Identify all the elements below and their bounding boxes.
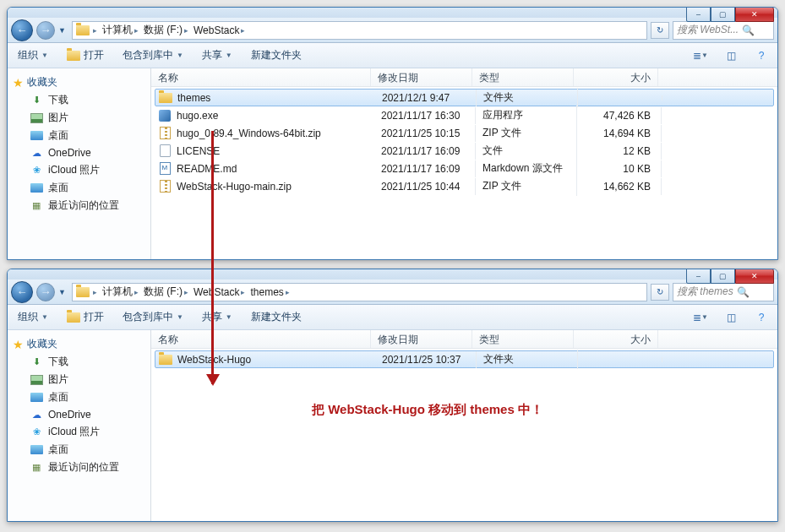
include-in-library-menu[interactable]: 包含到库中▼ [119, 308, 187, 326]
forward-button[interactable]: → [36, 283, 55, 301]
crumb-1[interactable]: 计算机 [102, 23, 133, 37]
new-folder-button[interactable]: 新建文件夹 [248, 308, 305, 326]
organize-menu[interactable]: 组织▼ [14, 308, 52, 326]
crumb-3[interactable]: WebStack [194, 24, 239, 36]
sidebar-item-recent[interactable]: ▦最近访问的位置 [8, 197, 150, 214]
file-row[interactable]: LICENSE2021/11/17 16:09文件12 KB [151, 142, 777, 160]
file-name: themes [177, 92, 210, 104]
maximize-button[interactable]: ▢ [711, 7, 735, 22]
titlebar[interactable]: – ▢ ✕ [8, 269, 777, 280]
search-input[interactable]: 搜索 themes 🔍 [673, 283, 774, 301]
column-size[interactable]: 大小 [574, 330, 658, 348]
file-size: 14,662 KB [577, 178, 662, 195]
open-icon [67, 311, 80, 324]
file-row[interactable]: README.md2021/11/17 16:09Markdown 源文件10 … [151, 160, 777, 177]
open-button[interactable]: 打开 [63, 308, 107, 326]
crumb-4[interactable]: themes [250, 286, 283, 298]
file-size: 14,694 KB [577, 125, 662, 142]
address-bar: ← → ▼ ▸ 计算机▸ 数据 (F:)▸ WebStack▸ ↻ 搜索 Web… [8, 18, 777, 43]
sidebar-item-pictures[interactable]: 图片 [8, 371, 150, 388]
icloud-icon: ❀ [30, 426, 43, 439]
file-row[interactable]: hugo_0.89.4_Windows-64bit.zip2021/11/25 … [151, 124, 777, 142]
open-button[interactable]: 打开 [63, 46, 107, 64]
back-button[interactable]: ← [11, 281, 33, 303]
column-type[interactable]: 类型 [472, 330, 574, 348]
crumb-2[interactable]: 数据 (F:) [144, 285, 183, 299]
help-button[interactable]: ? [752, 46, 771, 65]
crumb-1[interactable]: 计算机 [102, 285, 133, 299]
sidebar-item-onedrive[interactable]: ☁OneDrive [8, 144, 150, 161]
column-name[interactable]: 名称 [151, 330, 371, 348]
file-row[interactable]: WebStack-Hugo2021/11/25 10:37文件夹 [155, 350, 774, 368]
favorites-header[interactable]: ★收藏夹 [8, 73, 150, 91]
organize-menu[interactable]: 组织▼ [14, 46, 52, 64]
sidebar-item-onedrive[interactable]: ☁OneDrive [8, 406, 150, 423]
zip-icon [158, 127, 172, 140]
sidebar-item-desktop-2[interactable]: 桌面 [8, 179, 150, 197]
column-size[interactable]: 大小 [574, 68, 658, 86]
file-list[interactable]: WebStack-Hugo2021/11/25 10:37文件夹 [151, 349, 777, 521]
file-date: 2021/11/17 16:09 [374, 160, 476, 177]
sidebar-item-pictures[interactable]: 图片 [8, 109, 150, 127]
file-row[interactable]: WebStack-Hugo-main.zip2021/11/25 10:44ZI… [151, 177, 777, 195]
explorer-window-1: – ▢ ✕ ← → ▼ ▸ 计算机▸ 数据 (F:)▸ WebStack▸ ↻ … [7, 7, 778, 260]
favorites-header[interactable]: ★收藏夹 [8, 335, 150, 353]
nav-history-dropdown[interactable]: ▼ [58, 26, 68, 35]
view-menu[interactable]: ≣▼ [691, 46, 710, 65]
forward-button[interactable]: → [36, 21, 55, 40]
toolbar: 组织▼ 打开 包含到库中▼ 共享▼ 新建文件夹 ≣▼ ◫ ? [8, 305, 777, 330]
recent-icon: ▦ [30, 199, 43, 213]
sidebar-item-recent[interactable]: ▦最近访问的位置 [8, 459, 150, 476]
close-button[interactable]: ✕ [735, 7, 774, 22]
crumb-2[interactable]: 数据 (F:) [144, 23, 183, 37]
titlebar[interactable]: – ▢ ✕ [8, 8, 777, 18]
back-button[interactable]: ← [11, 19, 33, 41]
file-date: 2021/11/25 10:44 [374, 178, 476, 195]
share-menu[interactable]: 共享▼ [199, 308, 236, 326]
minimize-button[interactable]: – [686, 269, 711, 284]
sidebar-item-desktop[interactable]: 桌面 [8, 388, 150, 406]
preview-pane-button[interactable]: ◫ [722, 308, 740, 327]
file-date: 2021/11/25 10:15 [374, 125, 476, 142]
file-size [578, 357, 662, 362]
minimize-button[interactable]: – [686, 7, 711, 22]
view-menu[interactable]: ≣▼ [691, 308, 710, 327]
include-in-library-menu[interactable]: 包含到库中▼ [119, 46, 187, 64]
download-icon: ⬇ [30, 94, 43, 107]
zip-icon [158, 180, 172, 193]
sidebar-item-desktop[interactable]: 桌面 [8, 127, 150, 144]
explorer-window-2: – ▢ ✕ ← → ▼ ▸ 计算机▸ 数据 (F:)▸ WebStack▸ th… [7, 269, 778, 522]
sidebar-item-desktop-2[interactable]: 桌面 [8, 441, 150, 459]
pictures-icon [30, 111, 43, 125]
search-placeholder: 搜索 WebSt... [677, 23, 739, 37]
close-button[interactable]: ✕ [735, 269, 774, 284]
sidebar-item-icloud[interactable]: ❀iCloud 照片 [8, 161, 150, 179]
column-name[interactable]: 名称 [151, 68, 371, 86]
crumb-3[interactable]: WebStack [194, 286, 239, 298]
refresh-button[interactable]: ↻ [651, 22, 669, 39]
column-date[interactable]: 修改日期 [371, 330, 472, 348]
toolbar: 组织▼ 打开 包含到库中▼ 共享▼ 新建文件夹 ≣▼ ◫ ? [8, 43, 777, 68]
column-type[interactable]: 类型 [472, 68, 574, 86]
file-type: ZIP 文件 [476, 176, 577, 196]
preview-pane-button[interactable]: ◫ [722, 46, 740, 65]
nav-history-dropdown[interactable]: ▼ [58, 288, 68, 296]
file-row[interactable]: hugo.exe2021/11/17 16:30应用程序47,426 KB [151, 106, 777, 124]
search-input[interactable]: 搜索 WebSt... 🔍 [673, 21, 774, 40]
maximize-button[interactable]: ▢ [711, 269, 735, 284]
breadcrumb-bar[interactable]: ▸ 计算机▸ 数据 (F:)▸ WebStack▸ themes▸ [72, 283, 647, 301]
folder-icon [76, 24, 90, 37]
refresh-button[interactable]: ↻ [651, 284, 669, 301]
file-date: 2021/11/17 16:09 [374, 143, 476, 160]
sidebar-item-downloads[interactable]: ⬇下载 [8, 91, 150, 109]
column-date[interactable]: 修改日期 [371, 68, 472, 86]
sidebar-item-downloads[interactable]: ⬇下载 [8, 353, 150, 371]
file-icon [158, 144, 172, 158]
help-button[interactable]: ? [752, 308, 771, 327]
file-list[interactable]: themes2021/12/1 9:47文件夹hugo.exe2021/11/1… [151, 87, 777, 259]
sidebar-item-icloud[interactable]: ❀iCloud 照片 [8, 423, 150, 441]
breadcrumb-bar[interactable]: ▸ 计算机▸ 数据 (F:)▸ WebStack▸ [72, 21, 647, 40]
new-folder-button[interactable]: 新建文件夹 [248, 46, 305, 64]
file-row[interactable]: themes2021/12/1 9:47文件夹 [155, 89, 774, 106]
share-menu[interactable]: 共享▼ [199, 46, 236, 64]
